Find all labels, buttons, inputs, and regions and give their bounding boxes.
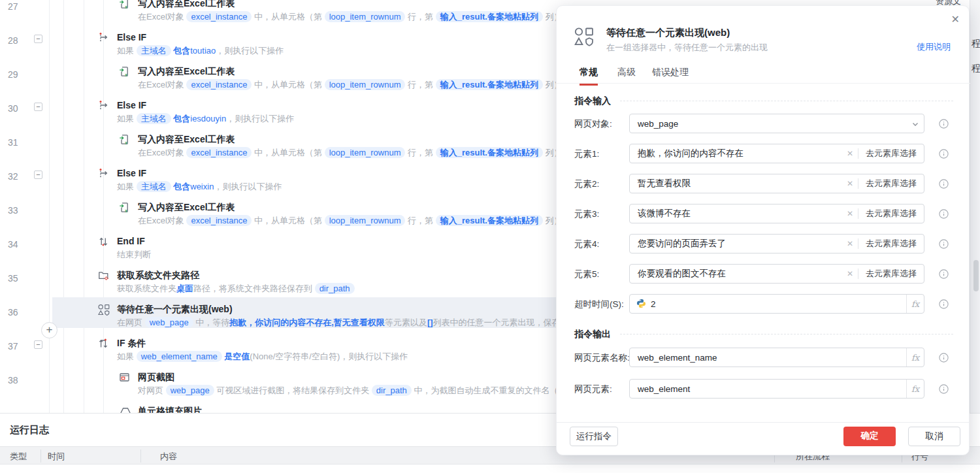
description-text: 如果 — [117, 114, 137, 123]
right-panel-tab[interactable]: 程 — [972, 38, 980, 50]
description-text: 桌面 — [176, 284, 193, 293]
info-icon[interactable] — [939, 179, 949, 191]
column-separator — [41, 449, 41, 463]
input-section-title: 指令输入 — [574, 95, 611, 107]
help-link[interactable]: 使用说明 — [917, 41, 951, 53]
variable-chip: excel_instance — [186, 147, 252, 158]
clear-icon[interactable]: ✕ — [842, 269, 858, 278]
step-title: Else IF — [117, 168, 146, 178]
element-2-label: 元素2: — [574, 178, 599, 190]
variable-chip: web_element_name — [137, 351, 222, 362]
step-title: 写入内容至Excel工作表 — [138, 66, 235, 78]
scrollbar-thumb[interactable] — [973, 260, 979, 291]
add-step-button[interactable]: + — [41, 322, 57, 338]
collapse-toggle[interactable]: − — [34, 171, 42, 179]
element-2-input[interactable]: 暂无查看权限✕去元素库选择 — [629, 174, 924, 193]
pick-from-element-library-button[interactable]: 去元素库选择 — [858, 178, 924, 189]
collapse-toggle[interactable]: − — [34, 35, 42, 43]
element-5-input[interactable]: 你要观看的图文不存在✕去元素库选择 — [629, 264, 924, 284]
column-separator — [140, 449, 141, 463]
info-icon[interactable] — [939, 119, 949, 131]
description-text: 中，从单元格（第 — [252, 12, 324, 22]
pick-from-element-library-button[interactable]: 去元素库选择 — [858, 148, 924, 159]
folder-icon — [98, 270, 109, 284]
output-section-title: 指令输出 — [574, 329, 611, 340]
web-element-input[interactable]: web_elementfx — [629, 379, 924, 399]
description-text: 行，第 — [405, 148, 435, 157]
clear-icon[interactable]: ✕ — [842, 209, 858, 218]
step-title: Else IF — [117, 100, 146, 110]
svg-text:x: x — [125, 140, 127, 145]
fx-icon[interactable]: fx — [906, 348, 924, 367]
info-icon[interactable] — [939, 209, 949, 221]
right-panel-tab[interactable]: 程 — [972, 63, 980, 74]
clear-icon[interactable]: ✕ — [842, 149, 858, 158]
tab-advanced[interactable]: 高级 — [617, 67, 636, 84]
clear-icon[interactable]: ✕ — [842, 179, 858, 188]
close-icon[interactable]: ✕ — [951, 13, 960, 25]
pick-from-element-library-button[interactable]: 去元素库选择 — [858, 268, 924, 280]
step-description: 在Excel对象 excel_instance 中，从单元格（第 loop_it… — [138, 79, 605, 91]
cancel-button[interactable]: 取消 — [908, 427, 960, 446]
run-instruction-button[interactable]: 运行指令 — [570, 427, 618, 446]
element-1-input[interactable]: 抱歉，你访问的内容不存在✕去元素库选择 — [629, 144, 924, 163]
step-title: 等待任意一个元素出现(web) — [117, 304, 233, 316]
pick-from-element-library-button[interactable]: 去元素库选择 — [858, 208, 924, 220]
else-if-icon — [98, 100, 109, 114]
line-number: 31 — [8, 137, 27, 148]
if-icon — [98, 338, 109, 351]
step-description: 如果 主域名 包含iesdouyin，则执行以下操作 — [117, 113, 294, 125]
info-icon[interactable] — [939, 384, 949, 397]
section-divider — [620, 334, 953, 334]
collapse-toggle[interactable]: − — [34, 103, 42, 111]
info-icon[interactable] — [939, 149, 949, 161]
info-icon[interactable] — [939, 299, 949, 312]
line-number: 38 — [8, 375, 27, 385]
clear-icon[interactable]: ✕ — [842, 239, 858, 248]
fx-icon[interactable]: fx — [906, 295, 924, 313]
step-description: 在Excel对象 excel_instance 中，从单元格（第 loop_it… — [138, 215, 605, 227]
element-3-value: 该微博不存在 — [630, 208, 842, 220]
tab-general[interactable]: 常规 — [580, 67, 598, 86]
step-description: 结束判断 — [117, 249, 151, 261]
collapse-toggle[interactable]: − — [34, 340, 42, 349]
web-element-name-input[interactable]: web_element_namefx — [629, 348, 924, 367]
variable-chip: loop_item_rownum — [325, 79, 406, 90]
web-element-name-value: web_element_name — [630, 353, 906, 363]
step-title: 获取系统文件夹路径 — [117, 270, 199, 282]
line-number: 37 — [8, 341, 27, 351]
wait-any-element-dialog: ✕ 等待任意一个元素出现(web) 在一组选择器中，等待任意一个元素的出现 使用… — [556, 5, 970, 455]
dialog-footer: 运行指令 确定 取消 — [557, 422, 970, 456]
fx-icon[interactable]: fx — [906, 380, 924, 398]
svg-text:x: x — [125, 208, 127, 213]
description-text: (None/空字符串/空白符)，则执行以下操作 — [250, 351, 408, 361]
variable-chip: excel_instance — [186, 11, 252, 22]
svg-text:x: x — [125, 73, 127, 77]
confirm-button[interactable]: 确定 — [843, 427, 896, 446]
svg-text:x: x — [125, 5, 127, 9]
timeout-input[interactable]: 2fx — [629, 294, 924, 314]
web-object-input[interactable]: web_page — [629, 114, 924, 133]
description-text: 对网页 — [138, 385, 166, 395]
web-element-value: web_element — [630, 384, 906, 394]
chevron-down-icon[interactable] — [907, 117, 924, 131]
element-4-input[interactable]: 您要访问的页面弄丢了✕去元素库选择 — [629, 234, 924, 253]
step-description: 在Excel对象 excel_instance 中，从单元格（第 loop_it… — [138, 11, 605, 23]
description-text: 包含 — [173, 46, 190, 56]
else-if-icon — [98, 168, 109, 182]
variable-chip: loop_item_rownum — [325, 11, 406, 22]
tab-error-handling[interactable]: 错误处理 — [652, 67, 689, 84]
step-title: Else IF — [117, 32, 146, 42]
line-number: 32 — [8, 171, 27, 182]
info-icon[interactable] — [939, 353, 949, 365]
log-column-header: 内容 — [160, 451, 177, 463]
pick-from-element-library-button[interactable]: 去元素库选择 — [858, 238, 924, 250]
step-title: End IF — [117, 236, 145, 246]
dialog-tabs: 常规高级错误处理 — [557, 67, 970, 84]
variable-chip: excel_instance — [186, 79, 252, 90]
info-icon[interactable] — [939, 239, 949, 252]
info-icon[interactable] — [939, 269, 949, 282]
step-title: 写入内容至Excel工作表 — [138, 0, 235, 10]
element-3-input[interactable]: 该微博不存在✕去元素库选择 — [629, 204, 924, 223]
variable-chip: 输入_result.备案地粘贴列 — [436, 215, 543, 226]
